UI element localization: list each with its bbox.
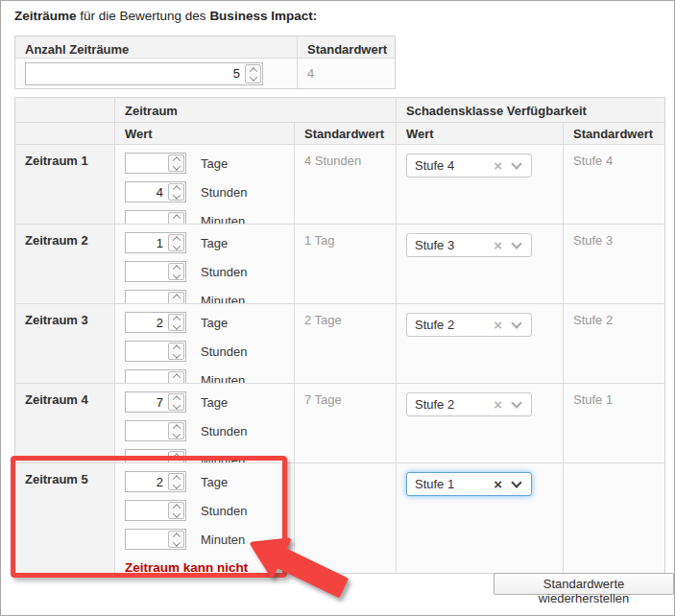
unit-label-tage: Tage <box>201 316 228 330</box>
minuten-value <box>126 530 167 549</box>
clear-x-icon[interactable]: × <box>494 158 502 173</box>
chevron-down-icon <box>172 191 180 199</box>
unit-label-tage: Tage <box>201 395 228 410</box>
chevron-down-icon <box>172 220 180 224</box>
stunden-input[interactable] <box>125 500 186 521</box>
number-spinner[interactable] <box>168 502 184 519</box>
stufe-dropdown[interactable]: Stufe 1 × <box>406 472 532 496</box>
chevron-down-icon[interactable] <box>511 158 521 169</box>
zeitraum-group-header: Zeitraum <box>115 98 397 122</box>
minuten-input[interactable] <box>125 449 186 462</box>
minuten-value <box>126 291 167 303</box>
unit-label-minuten: Minuten <box>201 373 245 384</box>
chevron-down-icon <box>172 242 180 249</box>
page-title: Zeiträume für die Bewertung des Business… <box>14 9 317 23</box>
number-spinner[interactable] <box>168 154 184 172</box>
clear-x-icon[interactable]: × <box>494 397 502 412</box>
anzahl-zeitraeume-input[interactable]: 5 <box>25 62 263 85</box>
stufe-standardwert: Stufe 1 <box>564 384 664 462</box>
schadensklasse-group-header: Schadensklasse Verfügbarkeit <box>397 98 664 122</box>
number-spinner[interactable] <box>168 314 184 331</box>
chevron-down-icon <box>172 162 180 170</box>
number-spinner[interactable] <box>168 234 184 251</box>
clear-x-icon[interactable]: × <box>494 238 502 252</box>
stunden-input[interactable] <box>125 420 186 441</box>
stufe-dropdown-value: Stufe 2 <box>407 318 494 332</box>
number-spinner[interactable] <box>168 371 184 383</box>
table-row-zeitraum-1: Zeitraum 1 Tage 4 Stunden <box>15 145 664 225</box>
chevron-down-icon <box>172 350 180 358</box>
clear-x-icon[interactable]: × <box>494 477 502 491</box>
stunden-value <box>126 421 167 440</box>
minuten-input[interactable] <box>125 529 186 550</box>
minuten-value <box>126 370 167 383</box>
chevron-down-icon <box>172 401 180 409</box>
tage-value <box>126 154 167 173</box>
unit-label-stunden: Stunden <box>201 504 247 518</box>
chevron-down-icon <box>172 271 180 278</box>
stunden-input[interactable] <box>125 341 186 362</box>
number-spinner[interactable] <box>168 531 184 548</box>
row-label: Zeitraum 4 <box>15 384 115 462</box>
restore-defaults-button[interactable]: Standardwerte wiederherstellen <box>494 573 674 595</box>
number-spinner[interactable] <box>168 212 184 224</box>
minuten-input[interactable] <box>125 210 186 224</box>
stunden-value: 4 <box>126 182 167 201</box>
corner-subheader-cell <box>15 123 115 144</box>
chevron-down-icon <box>172 430 180 438</box>
number-spinner[interactable] <box>168 263 184 280</box>
stufe-dropdown[interactable]: Stufe 3 × <box>406 233 532 257</box>
stufe-standardwert <box>564 463 664 573</box>
table-row-zeitraum-5: Zeitraum 5 2 Tage Stunden <box>15 463 664 573</box>
unit-label-stunden: Stunden <box>201 344 247 359</box>
unit-label-stunden: Stunden <box>201 185 247 200</box>
number-spinner[interactable] <box>168 422 184 439</box>
standardwert-subheader: Standardwert <box>295 123 397 144</box>
chevron-down-icon <box>172 459 180 462</box>
chevron-down-icon[interactable] <box>511 238 521 249</box>
stufe-dropdown[interactable]: Stufe 2 × <box>406 313 532 337</box>
stunden-input[interactable] <box>125 261 186 282</box>
tage-input[interactable] <box>125 153 186 174</box>
number-spinner[interactable] <box>168 473 184 490</box>
tage-input[interactable]: 2 <box>125 312 186 333</box>
stufe-standardwert: Stufe 2 <box>564 304 664 383</box>
chevron-down-icon[interactable] <box>511 477 521 487</box>
minuten-value <box>126 211 167 224</box>
stufe-dropdown[interactable]: Stufe 4 × <box>406 154 532 178</box>
chevron-down-icon <box>172 538 180 546</box>
number-spinner[interactable] <box>168 183 184 201</box>
unit-label-stunden: Stunden <box>201 265 247 279</box>
stufe-standardwert: Stufe 3 <box>564 225 664 303</box>
minuten-input[interactable] <box>125 290 186 303</box>
number-spinner[interactable] <box>168 292 184 303</box>
tage-input[interactable]: 7 <box>125 391 186 413</box>
stufe-dropdown[interactable]: Stufe 2 × <box>406 392 532 416</box>
unit-label-tage: Tage <box>201 156 228 171</box>
stunden-input[interactable]: 4 <box>125 181 186 202</box>
minuten-input[interactable] <box>125 369 186 383</box>
stunden-value <box>126 342 167 361</box>
zeitraum-standardwert <box>295 463 397 573</box>
tage-value: 1 <box>126 233 167 252</box>
chevron-down-icon[interactable] <box>511 397 521 408</box>
chevron-down-icon <box>172 481 180 488</box>
number-spinner[interactable] <box>168 393 184 411</box>
tage-input[interactable]: 1 <box>125 232 186 253</box>
tage-value: 2 <box>126 313 167 332</box>
stufe-dropdown-value: Stufe 3 <box>407 238 494 252</box>
tage-input[interactable]: 2 <box>125 471 186 492</box>
row-label: Zeitraum 5 <box>15 463 115 573</box>
zeitraeume-settings-page: Zeiträume für die Bewertung des Business… <box>0 0 675 616</box>
table-row-zeitraum-2: Zeitraum 2 1 Tage Stunden <box>15 225 664 304</box>
chevron-down-icon <box>172 379 180 383</box>
clear-x-icon[interactable]: × <box>494 318 502 332</box>
number-spinner[interactable] <box>168 451 184 462</box>
number-spinner[interactable] <box>245 64 261 83</box>
chevron-down-icon[interactable] <box>511 318 521 328</box>
unit-label-stunden: Stunden <box>201 424 247 438</box>
row-label: Zeitraum 1 <box>15 145 115 224</box>
standardwert-subheader: Standardwert <box>564 123 664 144</box>
zeitraum-standardwert: 1 Tag <box>295 225 397 303</box>
number-spinner[interactable] <box>168 343 184 360</box>
